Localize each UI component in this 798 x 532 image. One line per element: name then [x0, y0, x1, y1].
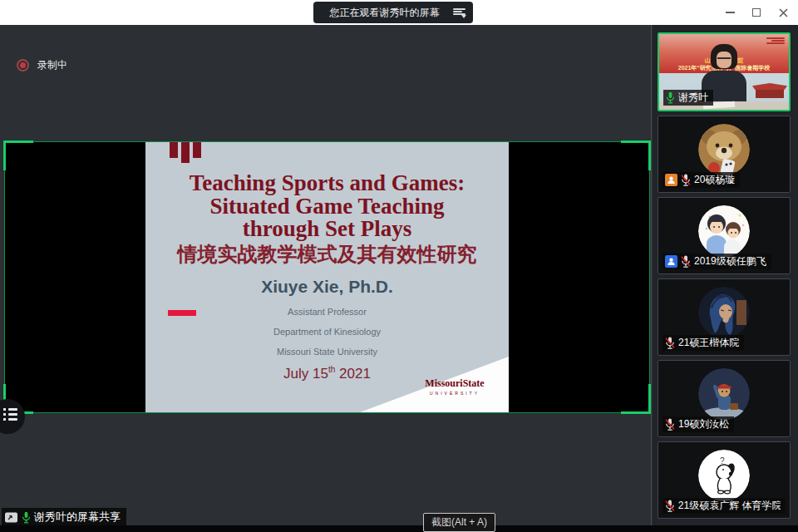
- slide-title-chinese: 情境实战教学模式及其有效性研究: [145, 241, 509, 268]
- microphone-on-icon: [666, 91, 675, 104]
- viewing-title-pill[interactable]: 您正在观看谢秀叶的屏幕: [313, 2, 473, 23]
- layout-switch-icon[interactable]: [453, 7, 466, 17]
- participants-sidebar: 山东大 学院 2021年“研究生科 升”国际暑期学校 谢秀叶: [653, 25, 798, 532]
- list-icon: [3, 408, 17, 423]
- screen-share-icon: [4, 511, 18, 524]
- maximize-button[interactable]: [743, 0, 770, 25]
- participant-name: 19硕刘汝松: [678, 417, 729, 431]
- bottom-strip: [0, 525, 798, 532]
- share-border-corner: [621, 140, 651, 170]
- slide-decoration-bars: [170, 142, 201, 163]
- viewing-title: 您正在观看谢秀叶的屏幕: [323, 6, 446, 20]
- microphone-muted-icon: [665, 337, 675, 349]
- participant-name: 21硕王楷体院: [678, 336, 739, 350]
- participant-name: 21级硕袁广辉 体育学院: [678, 499, 781, 513]
- maximize-icon: [752, 8, 761, 17]
- participant-name-row: 2019级硕任鹏飞: [663, 254, 771, 269]
- participant-name: 谢秀叶: [678, 91, 708, 105]
- slide-subline: Missouri State University: [145, 347, 509, 357]
- close-icon: [779, 8, 788, 17]
- building-graphic: [752, 83, 787, 98]
- share-border-corner: [3, 140, 33, 170]
- microphone-muted-icon: [681, 255, 691, 268]
- avatar-dog: [698, 124, 750, 175]
- participant-name: 2019级硕任鹏飞: [694, 254, 766, 268]
- presentation-slide: Teaching Sports and Games: Situated Game…: [145, 142, 509, 412]
- recording-indicator: 录制中: [17, 58, 67, 72]
- participant-tile[interactable]: 2019级硕任鹏飞: [658, 197, 791, 274]
- recording-label: 录制中: [37, 58, 67, 72]
- microphone-muted-icon: [681, 174, 691, 186]
- avatar-bear: [698, 368, 750, 420]
- share-border-corner: [621, 384, 651, 414]
- participant-name-row: 20硕杨璇: [663, 172, 740, 188]
- participant-tile[interactable]: 20硕杨璇: [658, 116, 791, 193]
- shared-screen-area: Teaching Sports and Games: Situated Game…: [4, 141, 650, 413]
- shandong-university-logo: [766, 37, 785, 44]
- close-button[interactable]: [770, 0, 796, 25]
- participant-name-row: 19硕刘汝松: [663, 416, 734, 432]
- avatar-anime: [698, 287, 750, 338]
- member-badge-icon: [665, 255, 677, 268]
- slide-subline: Assistant Professor: [145, 307, 509, 317]
- screen-share-footer-label: 谢秀叶的屏幕共享: [2, 508, 126, 526]
- share-footer-text: 谢秀叶的屏幕共享: [34, 510, 121, 525]
- participant-name-row: 21级硕袁广辉 体育学院: [663, 498, 786, 514]
- participant-name-row: 谢秀叶: [663, 90, 713, 106]
- window-controls: [717, 0, 796, 25]
- missouri-state-logo: MissouriState UNIVERSITY: [413, 377, 496, 396]
- minimize-icon: [726, 12, 735, 13]
- slide-subline: Department of Kinesiology: [145, 327, 509, 337]
- participant-name-row: 21硕王楷体院: [663, 335, 744, 351]
- slide-presenter-name: Xiuye Xie, Ph.D.: [145, 277, 509, 297]
- member-badge-icon: [665, 174, 677, 186]
- main-stage: 录制中 Teaching Sports and Games: Situated …: [0, 25, 652, 532]
- participant-tile[interactable]: 21硕王楷体院: [658, 278, 791, 356]
- participant-name: 20硕杨璇: [694, 173, 735, 187]
- avatar-snoopy: ?: [698, 450, 750, 501]
- participant-tile[interactable]: 19硕刘汝松: [658, 360, 791, 437]
- microphone-on-icon: [22, 511, 31, 524]
- minimize-button[interactable]: [717, 0, 743, 25]
- slide-title: Teaching Sports and Games: Situated Game…: [145, 172, 509, 241]
- participant-tile-presenter[interactable]: 山东大 学院 2021年“研究生科 升”国际暑期学校 谢秀叶: [658, 32, 791, 111]
- microphone-muted-icon: [665, 500, 675, 512]
- participant-tile[interactable]: ? 21级硕袁广辉 体育学院: [658, 441, 791, 519]
- recording-dot-icon: [17, 59, 29, 71]
- microphone-muted-icon: [665, 418, 675, 431]
- avatar-couple: [698, 205, 750, 257]
- screenshot-button[interactable]: 截图(Alt + A): [423, 513, 495, 532]
- window-titlebar: 您正在观看谢秀叶的屏幕: [0, 0, 798, 25]
